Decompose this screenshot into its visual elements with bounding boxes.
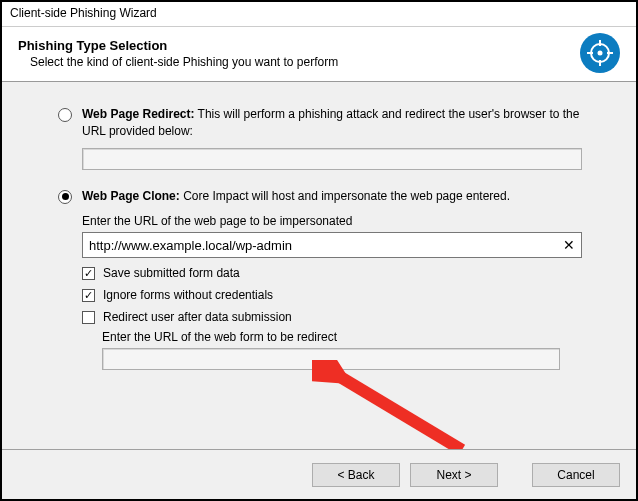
option-clone-label: Web Page Clone: Core Impact will host an… (82, 188, 510, 205)
wizard-footer: < Back Next > Cancel (2, 449, 636, 499)
option-redirect-title: Web Page Redirect: (82, 107, 194, 121)
redirect-url-input (82, 148, 582, 170)
label-redirect-after: Redirect user after data submission (103, 310, 292, 324)
page-subtitle: Select the kind of client-side Phishing … (30, 55, 580, 69)
checkbox-ignore-forms[interactable] (82, 289, 95, 302)
option-clone-title: Web Page Clone: (82, 189, 180, 203)
svg-line-6 (332, 372, 462, 450)
clear-icon[interactable]: ✕ (557, 237, 581, 253)
checkbox-redirect-after[interactable] (82, 311, 95, 324)
option-redirect-label: Web Page Redirect: This will perform a p… (82, 106, 596, 140)
checkbox-save-form-data[interactable] (82, 267, 95, 280)
target-icon (580, 33, 620, 73)
back-button[interactable]: < Back (312, 463, 400, 487)
redirect-after-url-input (102, 348, 560, 370)
next-button[interactable]: Next > (410, 463, 498, 487)
page-title: Phishing Type Selection (18, 38, 580, 53)
radio-clone[interactable] (58, 190, 72, 204)
clone-url-prompt: Enter the URL of the web page to be impe… (82, 214, 596, 228)
option-clone: Web Page Clone: Core Impact will host an… (58, 188, 596, 371)
clone-url-field-wrap: ✕ (82, 232, 582, 258)
option-redirect: Web Page Redirect: This will perform a p… (58, 106, 596, 170)
cancel-button[interactable]: Cancel (532, 463, 620, 487)
wizard-header: Phishing Type Selection Select the kind … (2, 27, 636, 82)
redirect-after-prompt: Enter the URL of the web form to be redi… (102, 330, 596, 344)
window-title: Client-side Phishing Wizard (2, 2, 636, 27)
radio-redirect[interactable] (58, 108, 72, 122)
option-clone-desc: Core Impact will host and impersonate th… (180, 189, 510, 203)
clone-url-input[interactable] (83, 235, 557, 256)
label-save-form-data: Save submitted form data (103, 266, 240, 280)
label-ignore-forms: Ignore forms without credentials (103, 288, 273, 302)
wizard-content: Web Page Redirect: This will perform a p… (2, 82, 636, 452)
svg-point-1 (598, 51, 603, 56)
